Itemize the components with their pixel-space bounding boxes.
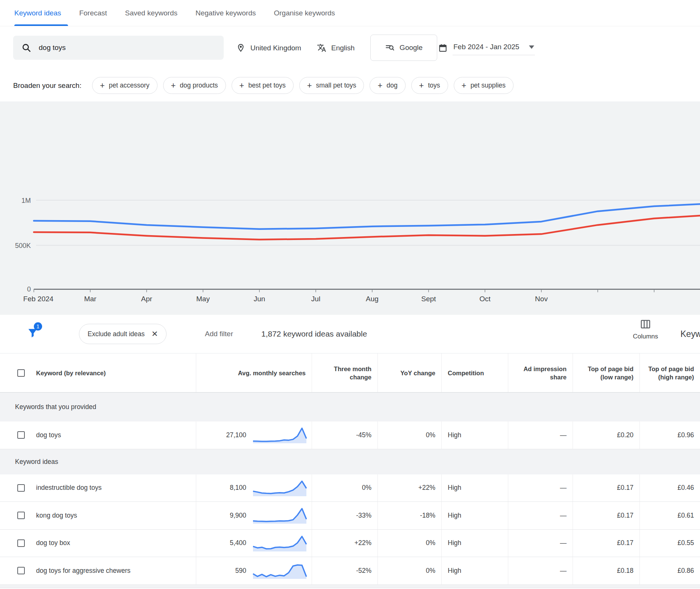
ad-impression-share-cell: —	[508, 530, 573, 557]
trend-sparkline	[252, 561, 308, 580]
plus-icon: +	[377, 81, 382, 91]
three-month-change-cell: +22%	[312, 530, 378, 557]
y-tick-500k: 500K	[15, 242, 31, 249]
competition-cell: High	[442, 557, 508, 584]
table-section-header: Keywords that you provided	[0, 393, 700, 421]
tab-negative-keywords[interactable]: Negative keywords	[195, 9, 256, 17]
broaden-chip-toys[interactable]: +toys	[411, 77, 448, 94]
tab-organise-keywords[interactable]: Organise keywords	[274, 9, 335, 17]
svg-text:Apr: Apr	[141, 295, 152, 303]
competition-cell: High	[442, 474, 508, 502]
broaden-chip-pet-supplies[interactable]: +pet supplies	[454, 77, 514, 94]
competition-cell: High	[442, 421, 508, 449]
svg-text:Jun: Jun	[254, 295, 265, 303]
trend-sparkline	[252, 426, 308, 444]
ad-impression-share-cell: —	[508, 421, 573, 449]
svg-text:Feb 2024: Feb 2024	[23, 295, 54, 303]
network-label: Google	[400, 44, 423, 52]
broaden-chip-pet-accessory[interactable]: +pet accessory	[92, 77, 158, 94]
ad-impression-share-cell: —	[508, 557, 573, 584]
columns-button[interactable]: Columns	[625, 319, 666, 340]
keyword-cell: dog toys	[36, 431, 61, 439]
keyword-cell: dog toys for aggressive chewers	[36, 567, 130, 575]
header-ad-impression-share: Ad impression share	[508, 353, 573, 392]
bid-low-cell: £0.17	[573, 474, 640, 502]
row-checkbox[interactable]	[17, 539, 25, 547]
avg-monthly-searches-cell: 9,900	[202, 512, 246, 520]
yoy-change-cell: +22%	[378, 474, 442, 502]
table-row[interactable]: kong dog toys 9,900 -33% -18% High — £0.…	[0, 502, 700, 530]
remove-filter-icon[interactable]: ✕	[152, 329, 158, 338]
filter-count-badge: 1	[34, 322, 42, 331]
row-checkbox[interactable]	[17, 431, 25, 439]
ad-impression-share-cell: —	[508, 502, 573, 529]
language-selector[interactable]: English	[317, 26, 355, 69]
chevron-down-icon	[529, 45, 534, 49]
columns-label: Columns	[625, 333, 666, 340]
broaden-chip-best-pet-toys[interactable]: +best pet toys	[232, 77, 294, 94]
bid-high-cell: £0.96	[640, 421, 700, 449]
keyword-cell: dog toy box	[36, 539, 70, 547]
network-selector[interactable]: Google	[370, 35, 437, 61]
calendar-icon	[438, 43, 448, 53]
trend-sparkline	[252, 479, 308, 497]
bid-low-cell: £0.17	[573, 530, 640, 557]
date-range-selector[interactable]: Feb 2024 - Jan 2025	[438, 26, 535, 69]
avg-monthly-searches-cell: 5,400	[202, 539, 246, 547]
bid-high-cell: £0.55	[640, 530, 700, 557]
table-body: Keywords that you provided dog toys 27,1…	[0, 393, 700, 585]
bid-high-cell: £0.61	[640, 502, 700, 529]
row-checkbox[interactable]	[17, 567, 25, 574]
yoy-change-cell: -18%	[378, 502, 442, 529]
header-avg-monthly-searches: Avg. monthly searches	[196, 353, 312, 392]
trend-sparkline	[252, 506, 308, 525]
keyword-view-selector[interactable]: Keywor	[680, 315, 700, 353]
plus-icon: +	[462, 81, 467, 91]
top-tab-bar: Keyword ideas Forecast Saved keywords Ne…	[0, 0, 700, 26]
svg-text:Aug: Aug	[366, 295, 379, 303]
trend-sparkline	[252, 534, 308, 553]
table-row[interactable]: dog toys for aggressive chewers 590 -52%…	[0, 557, 700, 585]
search-volume-chart: 1M 500K 0 Feb 2024MarAprMayJunJulAugSept…	[0, 101, 700, 315]
select-all-checkbox[interactable]	[17, 369, 25, 377]
plus-icon: +	[100, 81, 105, 91]
keyword-cell: kong dog toys	[36, 512, 77, 520]
header-three-month-change: Three month change	[312, 353, 378, 392]
exclude-adult-ideas-chip[interactable]: Exclude adult ideas ✕	[79, 324, 167, 344]
location-selector[interactable]: United Kingdom	[236, 26, 301, 69]
broaden-chip-dog[interactable]: +dog	[370, 77, 405, 94]
active-tab-underline	[14, 24, 68, 26]
bid-low-cell: £0.20	[573, 421, 640, 449]
row-checkbox[interactable]	[17, 512, 25, 519]
columns-icon	[640, 319, 651, 329]
y-tick-1m: 1M	[21, 197, 31, 204]
keyword-search-box[interactable]	[13, 36, 224, 60]
three-month-change-cell: -45%	[312, 421, 378, 449]
header-yoy-change: YoY change	[378, 353, 442, 392]
date-range-label: Feb 2024 - Jan 2025	[453, 43, 519, 51]
plus-icon: +	[307, 81, 312, 91]
tab-saved-keywords[interactable]: Saved keywords	[125, 9, 177, 17]
table-row[interactable]: dog toys 27,100 -45% 0% High — £0.20 £0.…	[0, 421, 700, 449]
search-input[interactable]	[39, 44, 200, 52]
filter-funnel-button[interactable]: 1	[26, 323, 43, 340]
tab-keyword-ideas[interactable]: Keyword ideas	[14, 9, 61, 17]
table-row[interactable]: dog toy box 5,400 +22% 0% High — £0.17 £…	[0, 530, 700, 557]
broaden-chip-dog-products[interactable]: +dog products	[163, 77, 226, 94]
avg-monthly-searches-cell: 27,100	[202, 431, 246, 439]
add-filter-button[interactable]: Add filter	[205, 315, 233, 353]
language-label: English	[331, 44, 355, 52]
table-toolbar: 1 Exclude adult ideas ✕ Add filter 1,872…	[0, 315, 700, 353]
broaden-chip-small-pet-toys[interactable]: +small pet toys	[299, 77, 364, 94]
row-checkbox[interactable]	[17, 484, 25, 492]
search-network-icon	[385, 43, 395, 53]
tab-forecast[interactable]: Forecast	[79, 9, 107, 17]
table-row[interactable]: indestructible dog toys 8,100 0% +22% Hi…	[0, 474, 700, 502]
search-icon	[21, 43, 31, 53]
svg-text:May: May	[196, 295, 210, 303]
partial-next-row	[0, 588, 700, 589]
translate-icon	[317, 43, 326, 53]
plus-icon: +	[171, 81, 176, 91]
three-month-change-cell: -33%	[312, 502, 378, 529]
header-competition: Competition	[442, 353, 508, 392]
